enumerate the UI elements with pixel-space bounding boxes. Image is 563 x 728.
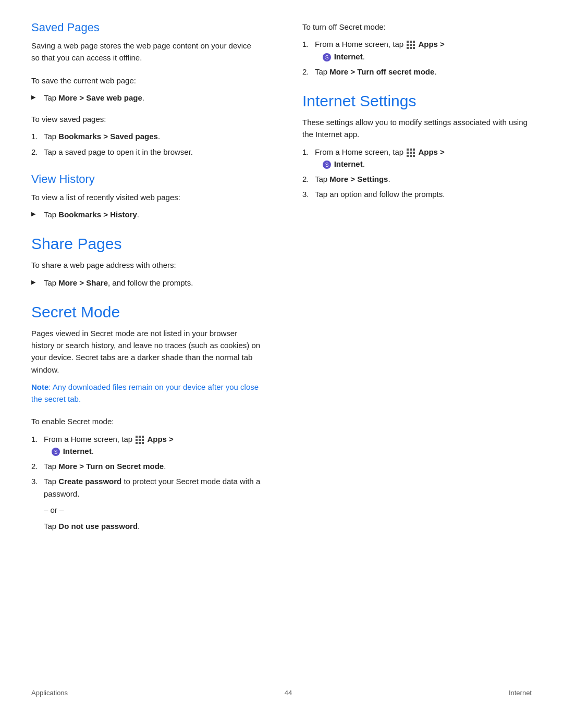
share-bullet-text: Tap More > Share, and follow the prompts…	[44, 278, 193, 287]
svg-text:S: S	[325, 162, 328, 168]
svg-rect-19	[413, 47, 415, 49]
secret-mode-off-section: To turn off Secret mode: 1. From a Home …	[302, 21, 532, 78]
svg-rect-17	[407, 47, 409, 49]
turn-off-step-1: 1. From a Home screen, tap	[302, 38, 532, 63]
save-bullet-text: Tap More > Save web page.	[44, 93, 144, 102]
history-bullet: Tap Bookmarks > History.	[31, 208, 261, 220]
svg-rect-7	[139, 442, 141, 444]
content-area: Saved Pages Saving a web page stores the…	[31, 21, 532, 678]
svg-rect-18	[410, 47, 412, 49]
svg-rect-30	[413, 155, 415, 157]
view-step-2: 2. Tap a saved page to open it in the br…	[31, 146, 261, 158]
settings-step-3: 3. Tap an option and follow the prompts.	[302, 188, 532, 200]
view-step-1: 1. Tap Bookmarks > Saved pages.	[31, 130, 261, 142]
svg-rect-1	[139, 436, 141, 438]
svg-rect-5	[142, 439, 144, 441]
enable-step-3: 3. Tap Create password to protect your S…	[31, 475, 261, 532]
secret-mode-intro: Pages viewed in Secret mode are not list…	[31, 327, 261, 376]
internet-settings-heading: Internet Settings	[302, 92, 532, 110]
saved-pages-heading: Saved Pages	[31, 21, 261, 34]
or-text: – or –	[44, 504, 261, 516]
secret-mode-note: Note: Any downloaded files remain on you…	[31, 381, 261, 405]
internet-settings-steps: 1. From a Home screen, tap	[302, 146, 532, 201]
internet-icon-right-2: S	[322, 160, 332, 169]
view-steps: 1. Tap Bookmarks > Saved pages. 2. Tap a…	[31, 130, 261, 158]
svg-rect-29	[410, 155, 412, 157]
view-history-intro: To view a list of recently visited web p…	[31, 191, 261, 203]
svg-rect-22	[407, 149, 409, 151]
internet-icon-left-1: S	[51, 447, 60, 456]
svg-rect-0	[136, 436, 138, 438]
svg-rect-27	[413, 152, 415, 154]
left-column: Saved Pages Saving a web page stores the…	[31, 21, 282, 678]
saved-pages-save-instruction: To save the current web page:	[31, 75, 261, 87]
footer-left: Applications	[31, 689, 68, 697]
internet-icon-right-1: S	[322, 53, 332, 62]
saved-pages-section: Saved Pages Saving a web page stores the…	[31, 21, 261, 158]
svg-rect-4	[139, 439, 141, 441]
turn-off-step-2: 2. Tap More > Turn off secret mode.	[302, 66, 532, 78]
svg-rect-26	[410, 152, 412, 154]
svg-rect-28	[407, 155, 409, 157]
view-instruction: To view saved pages:	[31, 113, 261, 125]
right-column: To turn off Secret mode: 1. From a Home …	[282, 21, 532, 678]
svg-rect-2	[142, 436, 144, 438]
svg-text:S: S	[325, 55, 328, 60]
enable-steps: 1. From a Home screen, tap	[31, 433, 261, 533]
svg-rect-23	[410, 149, 412, 151]
save-bullet: Tap More > Save web page.	[31, 92, 261, 104]
svg-rect-8	[142, 442, 144, 444]
secret-mode-heading: Secret Mode	[31, 303, 261, 321]
svg-rect-13	[413, 41, 415, 43]
share-pages-intro: To share a web page address with others:	[31, 259, 261, 271]
internet-settings-intro: These settings allow you to modify setti…	[302, 116, 532, 141]
apps-icon-right-2	[406, 148, 415, 157]
enable-instruction: To enable Secret mode:	[31, 415, 261, 427]
svg-rect-6	[136, 442, 138, 444]
svg-rect-12	[410, 41, 412, 43]
enable-step-2: 2. Tap More > Turn on Secret mode.	[31, 460, 261, 472]
footer: Applications 44 Internet	[31, 678, 532, 697]
view-history-heading: View History	[31, 172, 261, 186]
view-history-section: View History To view a list of recently …	[31, 172, 261, 221]
svg-rect-14	[407, 44, 409, 46]
svg-rect-16	[413, 44, 415, 46]
share-bullet: Tap More > Share, and follow the prompts…	[31, 277, 261, 289]
svg-rect-24	[413, 149, 415, 151]
secret-mode-section: Secret Mode Pages viewed in Secret mode …	[31, 303, 261, 533]
saved-pages-intro: Saving a web page stores the web page co…	[31, 40, 261, 64]
share-pages-heading: Share Pages	[31, 235, 261, 253]
svg-text:S: S	[54, 449, 57, 455]
settings-step-2: 2. Tap More > Settings.	[302, 173, 532, 185]
apps-icon	[135, 435, 144, 445]
apps-icon-right-1	[406, 40, 415, 50]
svg-rect-25	[407, 152, 409, 154]
enable-step-1: 1. From a Home screen, tap	[31, 433, 261, 458]
svg-rect-15	[410, 44, 412, 46]
internet-settings-section: Internet Settings These settings allow y…	[302, 92, 532, 201]
settings-step-1: 1. From a Home screen, tap	[302, 146, 532, 170]
footer-right: Internet	[509, 689, 532, 697]
turn-off-steps: 1. From a Home screen, tap	[302, 38, 532, 78]
page: Saved Pages Saving a web page stores the…	[0, 0, 563, 728]
turn-off-instruction: To turn off Secret mode:	[302, 21, 532, 33]
do-not-use-text: Tap Do not use password.	[44, 520, 261, 532]
history-bullet-text: Tap Bookmarks > History.	[44, 210, 139, 219]
svg-rect-11	[407, 41, 409, 43]
footer-center: 44	[285, 689, 292, 697]
share-pages-section: Share Pages To share a web page address …	[31, 235, 261, 289]
svg-rect-3	[136, 439, 138, 441]
